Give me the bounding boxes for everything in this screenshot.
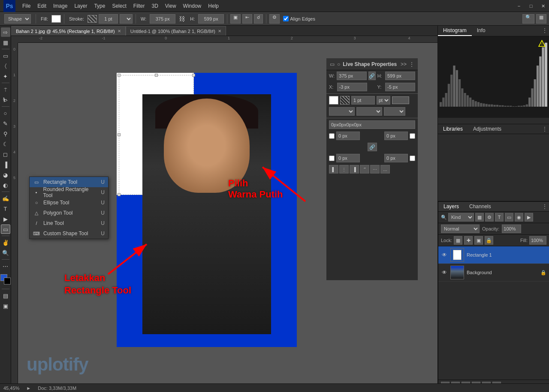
layer-filter-shape[interactable]: ▭ <box>505 213 513 221</box>
path-select-tool[interactable]: ▶ <box>1 214 10 224</box>
prop-align-select[interactable] <box>329 107 355 116</box>
prop-corner-bl-input[interactable] <box>336 154 360 162</box>
prop-w-input[interactable] <box>337 72 367 80</box>
menu-select[interactable]: Select <box>109 0 130 12</box>
view-toggle-button[interactable]: ▦ <box>536 14 546 24</box>
align-center-h-btn[interactable]: ⋮ <box>339 165 349 174</box>
prop-corner-tl-check[interactable] <box>329 133 335 139</box>
menu-image[interactable]: Image <box>50 0 71 12</box>
popup-polygon-tool[interactable]: △ Polygon Tool U <box>30 208 108 218</box>
layer-background[interactable]: 👁 Background 🔒 <box>438 264 549 281</box>
layer-filter-pixel[interactable]: ▦ <box>475 213 484 221</box>
menu-help[interactable]: Help <box>205 0 222 12</box>
dodge-tool[interactable]: ◐ <box>1 180 10 190</box>
lock-pixels-btn[interactable]: ▦ <box>454 236 462 245</box>
search-button[interactable]: 🔍 <box>522 14 534 24</box>
marquee-tool[interactable]: ▭ <box>1 51 10 60</box>
histogram-tab[interactable]: Histogram <box>438 26 472 36</box>
eyedropper-tool[interactable]: ⛷ <box>1 95 10 105</box>
layers-tab-layers[interactable]: Layers <box>438 202 464 211</box>
type-tool[interactable]: T <box>1 204 10 213</box>
layers-menu[interactable]: ⋮ <box>540 202 549 211</box>
hand-tool[interactable]: ✌ <box>1 238 10 247</box>
tab-bahan2[interactable]: Bahan 2 1.jpg @ 45,5% (Rectangle 1, RGB/… <box>11 26 126 36</box>
crop-tool[interactable]: ⍑ <box>1 85 10 94</box>
healing-tool[interactable]: ○ <box>1 108 10 118</box>
layer-filter-adjust[interactable]: ⚙ <box>485 213 494 221</box>
eraser-tool[interactable]: ◻ <box>1 150 10 159</box>
lock-position-btn[interactable]: ✚ <box>464 236 473 245</box>
prop-corner-bl-check[interactable] <box>329 156 335 161</box>
brush-tool[interactable]: ✎ <box>1 119 10 128</box>
fill-color-swatch[interactable] <box>51 15 61 23</box>
blur-tool[interactable]: ◕ <box>1 170 10 180</box>
layer-filter-toggle[interactable]: ▶ <box>525 213 533 221</box>
more-tools[interactable]: ⋯ <box>1 261 10 271</box>
stroke-unit-select[interactable]: pt <box>120 14 133 24</box>
opacity-input[interactable] <box>502 224 521 233</box>
zoom-tool[interactable]: 🔍 <box>1 248 10 257</box>
histogram-menu[interactable]: ⋮ <box>540 26 549 36</box>
menu-layer[interactable]: Layer <box>71 0 90 12</box>
popup-custom-shape-tool[interactable]: ⌨ Custom Shape Tool U <box>30 228 108 239</box>
align-left-btn[interactable]: ▌ <box>329 165 338 174</box>
libs-menu[interactable]: ⋮ <box>540 124 549 134</box>
popup-rounded-rect-tool[interactable]: ▪ Rounded Rectangle Tool U <box>30 187 108 197</box>
tab-untitled-close[interactable]: ✕ <box>218 29 221 33</box>
prop-fill-swatch[interactable] <box>329 96 338 105</box>
properties-menu[interactable]: ⋮ <box>409 61 414 67</box>
prop-corner-tl-input[interactable] <box>336 132 360 140</box>
menu-edit[interactable]: Edit <box>34 0 50 12</box>
prop-wh-link[interactable]: 🔗 <box>368 72 375 80</box>
layer-eye-rect1[interactable]: 👁 <box>441 251 448 258</box>
menu-window[interactable]: Window <box>180 0 205 12</box>
stroke-width-input[interactable] <box>99 14 118 24</box>
close-button[interactable]: ✕ <box>537 0 549 12</box>
quick-mask-tool[interactable]: ▤ <box>1 291 10 300</box>
blend-mode-select[interactable]: Normal <box>441 224 480 233</box>
gradient-tool[interactable]: ▐ <box>1 160 10 169</box>
prop-h-input[interactable] <box>385 72 415 80</box>
prop-corner-br-input[interactable] <box>384 154 408 162</box>
background-color[interactable] <box>4 278 11 284</box>
prop-corner-br-check[interactable] <box>410 156 415 161</box>
layer-eye-bg[interactable]: 👁 <box>441 269 448 276</box>
prop-corner-input[interactable] <box>329 120 415 129</box>
menu-view[interactable]: View <box>162 0 180 12</box>
menu-file[interactable]: File <box>19 0 34 12</box>
tab-bahan2-close[interactable]: ✕ <box>118 29 121 33</box>
popup-rectangle-tool[interactable]: ▭ Rectangle Tool U <box>30 177 108 187</box>
align-center-v-btn[interactable]: ⋯ <box>370 165 380 174</box>
prop-x-input[interactable] <box>337 83 367 91</box>
tab-untitled[interactable]: Untitled-1 @ 100% (Bahan 2 1, RGB/8#) ✕ <box>126 26 226 36</box>
settings-button[interactable]: ⚙ <box>269 14 280 24</box>
shape-mode-select[interactable]: Shape <box>4 14 31 24</box>
height-input[interactable] <box>198 14 224 24</box>
screen-mode-tool[interactable]: ▣ <box>1 301 10 311</box>
kind-select[interactable]: Kind <box>448 213 474 221</box>
prop-corner-tr-input[interactable] <box>384 132 408 140</box>
prop-stroke-width-input[interactable] <box>351 96 375 105</box>
prop-y-input[interactable] <box>385 83 415 91</box>
layers-tab-channels[interactable]: Channels <box>464 202 496 211</box>
prop-stroke-unit-select[interactable]: pt <box>377 96 390 105</box>
fill-input[interactable] <box>529 236 546 245</box>
prop-stroke-style[interactable] <box>392 96 409 104</box>
menu-3d[interactable]: 3D <box>148 0 161 12</box>
align-top-btn[interactable]: ‴ <box>360 165 369 174</box>
shape-tool[interactable]: ▭ <box>1 224 10 234</box>
lock-all-btn[interactable]: 🔒 <box>485 236 493 245</box>
move-tool[interactable]: ⇨ <box>1 27 10 37</box>
history-brush-tool[interactable]: ☾ <box>1 139 10 149</box>
quick-select-tool[interactable]: ✦ <box>1 72 10 81</box>
popup-line-tool[interactable]: / Line Tool U <box>30 218 108 228</box>
link-icon[interactable]: ⛓ <box>177 14 187 24</box>
popup-ellipse-tool[interactable]: ○ Ellipse Tool U <box>30 197 108 208</box>
path-ops-button[interactable]: ▣ <box>230 14 241 24</box>
lock-artboard-btn[interactable]: ▣ <box>474 236 483 245</box>
stroke-color-swatch[interactable] <box>87 15 97 23</box>
adjustments-tab[interactable]: Adjustments <box>468 124 507 134</box>
lasso-tool[interactable]: 〈 <box>1 61 10 71</box>
prop-stroke-swatch[interactable] <box>340 96 350 105</box>
artboard-tool[interactable]: ▦ <box>1 38 10 47</box>
